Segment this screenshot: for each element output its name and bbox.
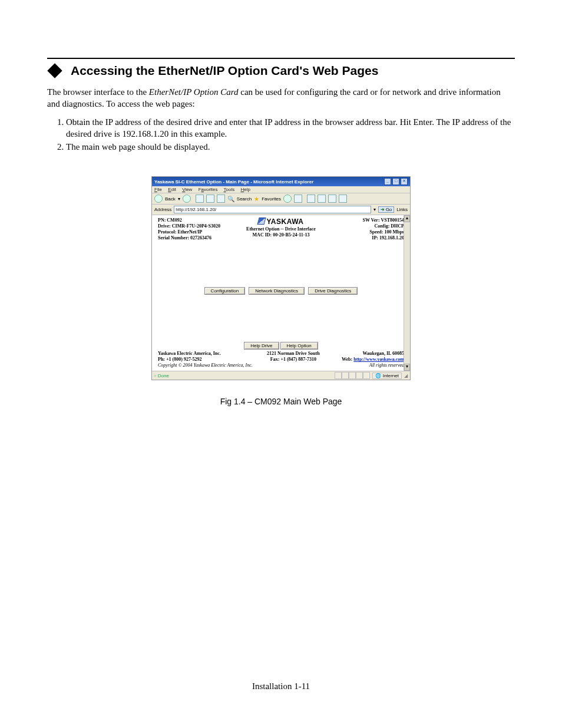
address-label: Address — [154, 207, 171, 212]
drive-model: Drive: CIMR-F7U-20P4-S3020 — [158, 223, 239, 229]
step-2: The main web page should be displayed. — [66, 141, 515, 153]
close-button[interactable]: × — [401, 178, 408, 185]
forward-icon[interactable] — [183, 195, 191, 203]
menu-help[interactable]: Help — [241, 187, 250, 192]
intro-em: EtherNet/IP Option Card — [149, 87, 239, 97]
menu-favorites[interactable]: Favorites — [199, 187, 218, 192]
stop-icon[interactable] — [196, 195, 204, 203]
maximize-button[interactable]: □ — [392, 178, 399, 185]
back-label[interactable]: Back — [165, 196, 176, 202]
window-title: Yaskawa SI-C Ethernet Option - Main Page… — [154, 179, 313, 185]
config: Config: DHCP — [323, 223, 404, 229]
favorites-label[interactable]: Favorites — [262, 196, 281, 202]
yaskawa-logo: YASKAWA — [239, 218, 323, 226]
done-label: Done — [158, 373, 169, 378]
page-footer-row: Yaskawa Electric America, Inc. Ph: +1 (8… — [158, 351, 404, 368]
help-option-button[interactable]: Help Option — [280, 342, 318, 350]
menu-file[interactable]: File — [154, 187, 162, 192]
section-title: Accessing the EtherNet/IP Option Card's … — [71, 64, 378, 78]
addr1: 2121 Norman Drive South — [256, 351, 330, 357]
home-icon[interactable] — [217, 195, 225, 203]
scroll-down-icon[interactable]: ▼ — [404, 364, 410, 371]
address-bar: Address http://192.168.1.20/ ▾ ➔Go Links — [152, 205, 410, 215]
info-center: YASKAWA Ethernet Option -- Drive Interfa… — [239, 218, 323, 238]
pn: PN: CM092 — [158, 218, 239, 223]
refresh-icon[interactable] — [206, 195, 214, 203]
go-button[interactable]: ➔Go — [378, 206, 395, 213]
globe-icon: 🌐 — [375, 373, 381, 378]
print-icon[interactable] — [318, 195, 326, 203]
security-zone: 🌐 Internet — [372, 373, 402, 379]
done-icon: ▫ — [154, 373, 156, 378]
scrollbar[interactable]: ▲ ▼ — [404, 215, 410, 371]
serial: Serial Number: 027263476 — [158, 235, 239, 241]
menu-edit[interactable]: Edit — [168, 187, 176, 192]
footer-right: Waukegan, IL 60085 Web: http://www.yaska… — [330, 351, 404, 368]
network-diagnostics-button[interactable]: Network Diagnostics — [249, 287, 305, 295]
status-bar: ▫Done 🌐 Internet ◢ — [152, 371, 410, 380]
menu-view[interactable]: View — [182, 187, 192, 192]
status-cell — [349, 372, 356, 379]
dropdown-icon[interactable]: ▾ — [178, 196, 180, 202]
zone-label: Internet — [383, 373, 399, 378]
ip: IP: 192.168.1.20 — [323, 235, 404, 241]
scroll-up-icon[interactable]: ▲ — [404, 215, 410, 222]
configuration-button[interactable]: Configuration — [204, 287, 246, 295]
intro-paragraph: The browser interface to the EtherNet/IP… — [47, 86, 515, 110]
company: Yaskawa Electric America, Inc. — [158, 351, 256, 357]
brand: YASKAWA — [266, 218, 303, 226]
logo-mark-icon — [257, 218, 266, 225]
main-buttons: Configuration Network Diagnostics Drive … — [158, 287, 404, 295]
status-cell — [356, 372, 363, 379]
resize-grip-icon[interactable]: ◢ — [404, 373, 408, 378]
favorites-icon[interactable]: ★ — [254, 196, 259, 202]
title-bar: Yaskawa SI-C Ethernet Option - Main Page… — [152, 177, 410, 186]
status-done: ▫Done — [154, 373, 169, 378]
steps-list: Obtain the IP address of the desired dri… — [47, 116, 515, 153]
history-icon[interactable] — [294, 195, 302, 203]
intro-pre: The browser interface to the — [47, 87, 149, 97]
help-buttons: Help Drive Help Option — [158, 342, 404, 350]
phone: Ph: +1 (800) 927-5292 — [158, 357, 256, 363]
page-content: PN: CM092 Drive: CIMR-F7U-20P4-S3020 Pro… — [152, 215, 410, 371]
search-label[interactable]: Search — [237, 196, 252, 202]
footer-left: Yaskawa Electric America, Inc. Ph: +1 (8… — [158, 351, 256, 368]
status-cell — [342, 372, 349, 379]
window-buttons: _ □ × — [384, 178, 408, 185]
subtitle1: Ethernet Option -- Drive Interface — [239, 226, 323, 232]
status-cell — [363, 372, 370, 379]
info-right: SW Ver: VST800154 Config: DHCP Speed: 10… — [323, 218, 404, 241]
search-icon[interactable]: 🔍 — [227, 196, 234, 202]
back-icon[interactable] — [154, 195, 163, 203]
web-label: Web: — [342, 357, 353, 362]
step-1: Obtain the IP address of the desired dri… — [66, 116, 515, 140]
page-number: Installation 1-11 — [0, 681, 562, 691]
figure-caption: Fig 1.4 – CM092 Main Web Page — [47, 397, 515, 406]
mail-icon[interactable] — [307, 195, 315, 203]
help-drive-button[interactable]: Help Drive — [244, 342, 279, 350]
protocol: Protocol: EtherNet/IP — [158, 229, 239, 235]
minimize-button[interactable]: _ — [384, 178, 391, 185]
links-label[interactable]: Links — [396, 207, 408, 212]
address-dropdown-icon[interactable]: ▾ — [373, 207, 376, 212]
edit-icon[interactable] — [328, 195, 336, 203]
tool-bar: Back ▾ 🔍 Search ★ Favorites — [152, 193, 410, 205]
status-cell — [335, 372, 342, 379]
media-icon[interactable] — [283, 195, 292, 203]
go-label: Go — [386, 207, 392, 212]
rule — [47, 58, 515, 59]
speed: Speed: 100 Mbps — [323, 229, 404, 235]
diamond-bullet-icon — [47, 63, 62, 78]
mac-id: MAC ID: 00-20-B5-24-11-13 — [239, 232, 323, 238]
section-header: Accessing the EtherNet/IP Option Card's … — [47, 64, 515, 78]
menu-tools[interactable]: Tools — [224, 187, 235, 192]
drive-diagnostics-button[interactable]: Drive Diagnostics — [308, 287, 358, 295]
footer-center: 2121 Norman Drive South Fax: +1 (847) 88… — [256, 351, 330, 363]
web-link[interactable]: http://www.yaskawa.com — [353, 357, 404, 362]
copyright: Copyright © 2004 Yaskawa Electric Americ… — [158, 363, 256, 368]
discuss-icon[interactable] — [339, 195, 347, 203]
menu-bar: File Edit View Favorites Tools Help — [152, 186, 410, 193]
address-input[interactable]: http://192.168.1.20/ — [174, 206, 371, 213]
browser-window: Yaskawa SI-C Ethernet Option - Main Page… — [151, 176, 411, 380]
city: Waukegan, IL 60085 — [330, 351, 404, 357]
